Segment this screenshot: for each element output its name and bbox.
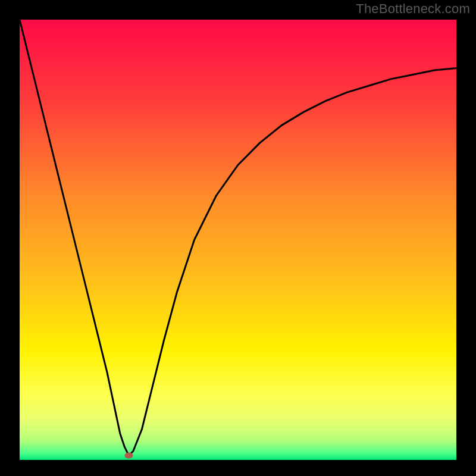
optimum-marker: [125, 453, 133, 459]
attribution-text: TheBottleneck.com: [356, 1, 470, 17]
bottleneck-chart: [0, 0, 476, 476]
chart-frame: TheBottleneck.com: [0, 0, 476, 476]
plot-background: [20, 20, 456, 460]
